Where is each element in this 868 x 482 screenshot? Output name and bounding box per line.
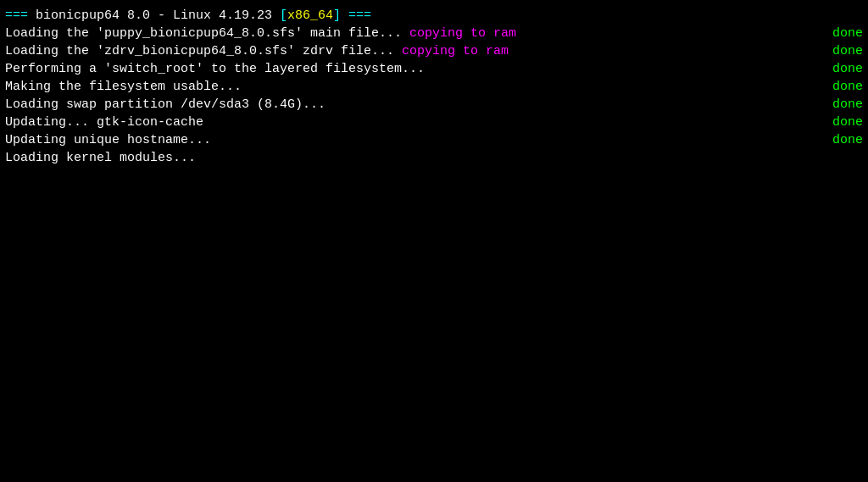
log-line-5: Loading swap partition /dev/sda3 (8.4G).…	[5, 96, 863, 114]
done-status-1: done	[795, 25, 863, 42]
log-line-4: Making the filesystem usable... done	[5, 78, 863, 96]
log-text-7: Updating unique hostname...	[5, 131, 795, 149]
done-status-4: done	[795, 78, 863, 96]
log-text-2: Loading the 'zdrv_bionicpup64_8.0.sfs' z…	[5, 42, 795, 60]
done-status-3: done	[795, 60, 863, 78]
log-line-1: Loading the 'puppy_bionicpup64_8.0.sfs' …	[5, 25, 863, 42]
done-status-7: done	[795, 131, 863, 149]
done-status-5: done	[795, 96, 863, 114]
log-text-5: Loading swap partition /dev/sda3 (8.4G).…	[5, 96, 795, 114]
title-arch: x86_64	[287, 7, 333, 25]
log-text-2-part1: Loading the 'zdrv_bionicpup64_8.0.sfs' z…	[5, 44, 402, 58]
log-text-1-part1: Loading the 'puppy_bionicpup64_8.0.sfs' …	[5, 26, 409, 41]
log-line-3: Performing a 'switch_root' to the layere…	[5, 60, 863, 78]
title-suffix: ===	[341, 7, 371, 25]
log-line-7: Updating unique hostname... done	[5, 131, 863, 149]
log-text-2-highlight: copying to ram	[402, 44, 509, 58]
log-line-8: Loading kernel modules...	[5, 149, 863, 167]
log-text-1-highlight: copying to ram	[409, 26, 516, 41]
title-arch-open: [	[280, 7, 287, 25]
log-text-6: Updating... gtk-icon-cache	[5, 114, 795, 131]
log-text-3: Performing a 'switch_root' to the layere…	[5, 60, 795, 78]
title-name: bionicpup64 8.0 - Linux 4.19.23	[36, 7, 280, 25]
log-text-4: Making the filesystem usable...	[5, 78, 795, 96]
title-arch-close: ]	[333, 7, 341, 25]
title-prefix: ===	[5, 7, 36, 25]
log-line-6: Updating... gtk-icon-cache done	[5, 114, 863, 131]
title-line: === bionicpup64 8.0 - Linux 4.19.23 [ x8…	[5, 7, 863, 25]
done-status-6: done	[795, 114, 863, 131]
log-text-8: Loading kernel modules...	[5, 149, 863, 167]
log-line-2: Loading the 'zdrv_bionicpup64_8.0.sfs' z…	[5, 42, 863, 60]
terminal-window: === bionicpup64 8.0 - Linux 4.19.23 [ x8…	[0, 0, 868, 482]
log-text-1: Loading the 'puppy_bionicpup64_8.0.sfs' …	[5, 25, 795, 42]
done-status-2: done	[795, 42, 863, 60]
